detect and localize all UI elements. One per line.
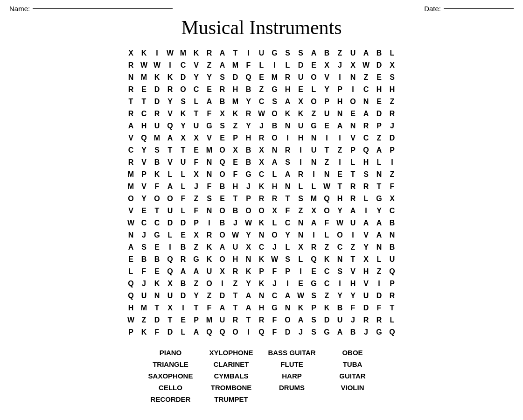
- grid-cell: V: [164, 156, 177, 168]
- grid-cell: E: [307, 266, 321, 278]
- grid-cell: L: [177, 205, 190, 217]
- grid-cell: T: [321, 144, 334, 156]
- grid-cell: A: [125, 241, 138, 253]
- grid-cell: Y: [334, 205, 347, 217]
- grid-cell: H: [373, 84, 386, 96]
- grid-cell: Y: [242, 96, 255, 108]
- grid-cell: P: [190, 314, 203, 326]
- grid-cell: X: [190, 229, 203, 241]
- grid-cell: P: [334, 84, 347, 96]
- grid-cell: B: [229, 205, 242, 217]
- grid-cell: X: [229, 144, 242, 156]
- grid-cell: Z: [386, 96, 399, 108]
- grid-cell: F: [203, 108, 216, 120]
- grid-cell: H: [242, 132, 255, 144]
- grid-cell: O: [255, 205, 268, 217]
- grid-cell: A: [307, 47, 321, 59]
- grid-cell: A: [360, 108, 373, 120]
- grid-cell: B: [321, 47, 334, 59]
- grid-cell: C: [360, 84, 373, 96]
- grid-cell: J: [386, 120, 399, 132]
- grid-cell: L: [190, 96, 203, 108]
- grid-cell: X: [294, 241, 307, 253]
- grid-cell: I: [216, 278, 229, 290]
- grid-cell: X: [294, 96, 307, 108]
- grid-cell: Y: [334, 290, 347, 302]
- grid-cell: L: [177, 181, 190, 193]
- grid-cell: U: [177, 156, 190, 168]
- grid-cell: L: [360, 193, 373, 205]
- grid-cell: E: [347, 108, 360, 120]
- grid-cell: G: [268, 84, 281, 96]
- grid-cell: N: [255, 290, 268, 302]
- grid-cell: K: [294, 302, 307, 314]
- grid-cell: I: [334, 278, 347, 290]
- grid-cell: S: [281, 156, 294, 168]
- grid-cell: E: [138, 84, 151, 96]
- grid-cell: K: [164, 71, 177, 84]
- grid-cell: F: [151, 181, 164, 193]
- grid-cell: R: [281, 71, 294, 84]
- grid-cell: P: [307, 302, 321, 314]
- grid-cell: E: [255, 71, 268, 84]
- grid-cell: A: [373, 144, 386, 156]
- grid-cell: D: [281, 326, 294, 338]
- word-search-container: XKIWMKRATIUGSSABZUABLRWWICVZAMFLILDEXJXW…: [9, 47, 514, 338]
- grid-cell: E: [321, 120, 334, 132]
- grid-cell: E: [373, 96, 386, 108]
- grid-cell: I: [334, 156, 347, 168]
- grid-cell: R: [229, 266, 242, 278]
- grid-cell: I: [281, 132, 294, 144]
- grid-cell: D: [177, 290, 190, 302]
- grid-cell: Q: [138, 132, 151, 144]
- grid-cell: I: [307, 229, 321, 241]
- grid-cell: F: [268, 266, 281, 278]
- grid-cell: A: [190, 266, 203, 278]
- grid-cell: N: [347, 71, 360, 84]
- grid-cell: V: [360, 278, 373, 290]
- grid-cell: Y: [138, 193, 151, 205]
- grid-cell: X: [255, 144, 268, 156]
- grid-cell: I: [347, 229, 360, 241]
- grid-cell: N: [360, 96, 373, 108]
- grid-cell: X: [360, 253, 373, 266]
- grid-cell: U: [386, 253, 399, 266]
- grid-cell: P: [242, 193, 255, 205]
- grid-cell: R: [151, 108, 164, 120]
- grid-cell: O: [307, 71, 321, 84]
- grid-cell: U: [294, 71, 307, 84]
- grid-cell: S: [138, 241, 151, 253]
- grid-cell: T: [334, 181, 347, 193]
- grid-cell: X: [386, 59, 399, 71]
- grid-cell: K: [151, 278, 164, 290]
- grid-cell: L: [268, 168, 281, 181]
- grid-cell: D: [216, 290, 229, 302]
- grid-cell: Y: [373, 205, 386, 217]
- grid-cell: Z: [321, 290, 334, 302]
- grid-cell: R: [164, 84, 177, 96]
- grid-cell: B: [177, 278, 190, 290]
- grid-cell: L: [281, 241, 294, 253]
- grid-cell: T: [281, 193, 294, 205]
- grid-cell: M: [268, 71, 281, 84]
- name-label: Name:: [9, 5, 30, 13]
- grid-cell: O: [268, 229, 281, 241]
- grid-cell: Y: [138, 144, 151, 156]
- grid-cell: M: [307, 193, 321, 205]
- grid-cell: N: [203, 156, 216, 168]
- grid-cell: R: [216, 84, 229, 96]
- grid-cell: P: [281, 266, 294, 278]
- grid-cell: H: [294, 132, 307, 144]
- grid-cell: R: [294, 168, 307, 181]
- grid-cell: L: [177, 168, 190, 181]
- word-item: RECORDER: [151, 394, 191, 404]
- grid-cell: F: [268, 326, 281, 338]
- grid-cell: N: [125, 229, 138, 241]
- grid-cell: U: [164, 290, 177, 302]
- grid-cell: J: [190, 181, 203, 193]
- grid-cell: R: [386, 108, 399, 120]
- grid-cell: A: [373, 229, 386, 241]
- grid-cell: P: [125, 326, 138, 338]
- grid-cell: W: [360, 59, 373, 71]
- grid-cell: I: [268, 59, 281, 71]
